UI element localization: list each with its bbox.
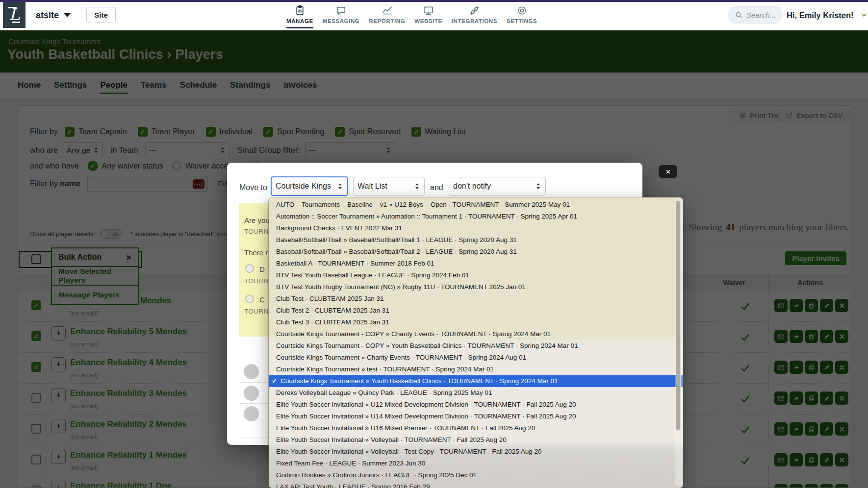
dropdown-option[interactable]: Courtside Kings Tournament - COPY » Char… [269,328,683,340]
avatar [244,364,259,379]
dropdown-option[interactable]: Club Test 3 · CLUBTEAM 2025 Jan 31 [269,317,683,328]
nav-integrations[interactable]: INTEGRATIONS [452,2,497,24]
clipboard-icon [294,5,306,16]
topbar: L atsite Site MANAGEMESSAGINGREPORTINGWE… [0,0,868,30]
stepper-icon [414,182,420,191]
plug-icon [469,5,480,16]
brand-bar [0,0,868,2]
dropdown-option[interactable]: BTV Test Youth Rugby Tournament (NG) » R… [269,281,683,293]
list-select[interactable]: Wait List [353,177,425,195]
site-button[interactable]: Site [86,7,116,23]
dropdown-option[interactable]: Fixed Team Fee · LEAGUE · Summer 2023 Ju… [269,458,683,469]
site-switcher[interactable]: atsite [36,0,71,30]
move-to-label: Move to [239,183,267,192]
avatar [244,406,259,421]
close-icon [665,169,671,174]
monitor-icon [423,5,434,16]
logo[interactable]: L [3,2,26,28]
note-line: TOURN [244,228,269,235]
dropdown-option[interactable]: Baseball/Softball/Tball » Baseball/Softb… [269,246,683,258]
modal-radio[interactable] [245,264,254,273]
logo-letter: L [9,6,20,23]
dropdown-option[interactable]: Baseball/Softball/Tball » Baseball/Softb… [269,234,683,246]
notify-select[interactable]: don't notify [449,177,546,195]
and-label: and [430,183,443,192]
dropdown-option[interactable]: Gridiron Rookies » Gridiron Juniors · LE… [269,469,683,481]
dropdown-option[interactable]: LAX API Test Youth · LEAGUE · Spring 201… [269,481,683,488]
nav-manage[interactable]: MANAGE [286,2,313,28]
note-line: Are you [244,216,270,224]
dropdown-option[interactable]: Courtside Kings Tournament - COPY » Yout… [269,340,683,352]
dropdown-option[interactable]: BTV Test Youth Baseball League · LEAGUE … [269,269,683,281]
note-line: There r [244,248,268,257]
search-placeholder: Search... [746,11,776,19]
nav-messaging[interactable]: MESSAGING [323,2,360,24]
dropdown-option[interactable]: Elite Youth Soccer Invitational » U14 Mi… [269,411,683,422]
dropdown-option[interactable]: Club Test · CLUBTEAM 2025 Jan 31 [269,293,683,305]
note-line: TOURN [244,308,269,315]
dropdown-option[interactable]: Background Checks · EVENT 2022 Mar 31 [269,222,683,234]
dropdown-items: AUTO – Tournaments – Baseline – v1 » U12… [269,199,683,488]
chevron-down-icon [64,13,71,17]
stepper-icon [337,182,343,191]
avatar [244,386,259,401]
chart-icon [382,5,393,16]
gear-icon [516,5,528,16]
note-line: TOURN [244,277,269,285]
scrollbar-track[interactable] [675,198,683,487]
program-select[interactable]: Courtside Kings Tour [271,176,348,196]
dropdown-option[interactable]: Elite Youth Soccer Invitational » Volley… [269,434,683,446]
dropdown-option[interactable]: Elite Youth Soccer Invitational » Volley… [269,446,683,458]
nav-settings[interactable]: SETTINGS [507,2,537,24]
dropdown-option-selected[interactable]: ✓Courtside Kings Tournament » Youth Bask… [269,375,683,387]
dropdown-option[interactable]: Dereks Volleyball League » Quincy Park ·… [269,387,683,399]
top-nav: MANAGEMESSAGINGREPORTINGWEBSITEINTEGRATI… [286,2,537,28]
app: L atsite Site MANAGEMESSAGINGREPORTINGWE… [0,0,868,488]
check-icon: ✓ [272,375,277,387]
dropdown-option[interactable]: Club Test 2 · CLUBTEAM 2025 Jan 31 [269,305,683,317]
dropdown-option[interactable]: Automation :: Soccer Tournament » Automa… [269,211,683,222]
chat-icon [335,5,347,16]
scrollbar-thumb[interactable] [676,200,681,431]
dropdown-option[interactable]: Courtside Kings Tournament » Charity Eve… [269,352,683,364]
dropdown-option[interactable]: Courtside Kings Tournament » test · TOUR… [269,364,683,375]
dropdown-option[interactable]: Elite Youth Soccer Invitational » U16 Mi… [269,422,683,434]
site-name: atsite [36,10,59,21]
nav-reporting[interactable]: REPORTING [369,2,405,24]
search-input[interactable]: Search... [728,6,783,24]
note-option: C [259,295,265,304]
program-select-dropdown: AUTO – Tournaments – Baseline – v1 » U12… [269,197,683,488]
chevron-down-icon [860,12,868,18]
note-option: D [259,265,265,273]
modal-close-button[interactable] [659,165,677,178]
search-icon [735,11,743,19]
stepper-icon [535,182,541,191]
user-menu[interactable]: Hi, Emily Kristen! [787,0,868,30]
modal-radio[interactable] [245,294,254,303]
greeting-text: Hi, Emily Kristen! [787,11,854,20]
dropdown-option[interactable]: Elite Youth Soccer Invitational » U12 Mi… [269,399,683,411]
dropdown-option[interactable]: Basketball A · TOURNAMENT · Summer 2018 … [269,258,683,269]
nav-website[interactable]: WEBSITE [414,2,442,24]
dropdown-option[interactable]: AUTO – Tournaments – Baseline – v1 » U12… [269,199,683,211]
